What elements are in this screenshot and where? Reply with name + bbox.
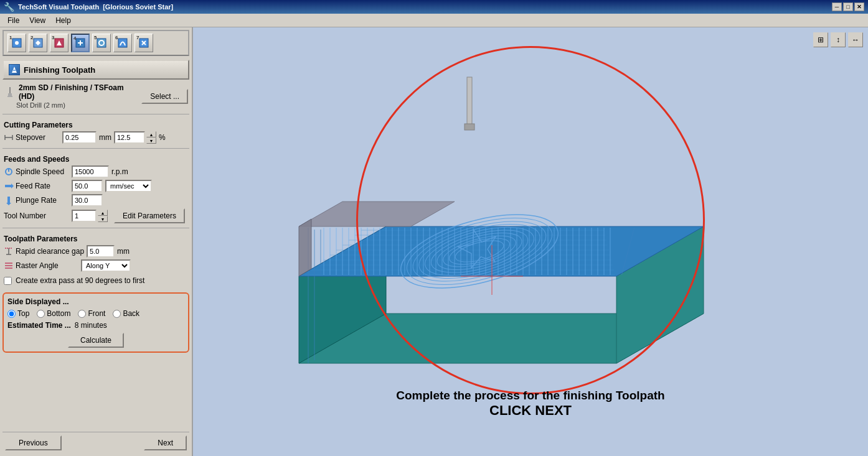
plunge-icon	[4, 195, 14, 205]
step-2-button[interactable]: 2	[29, 34, 47, 52]
plunge-rate-row: Plunge Rate	[2, 194, 189, 207]
stepover-pct-down[interactable]: ▼	[146, 137, 156, 144]
side-front-option[interactable]: Front	[78, 309, 105, 318]
svg-rect-22	[7, 197, 10, 203]
side-bottom-radio[interactable]	[37, 310, 45, 318]
side-front-label: Front	[88, 309, 105, 318]
feeds-header: Feeds and Speeds	[4, 155, 188, 164]
previous-button[interactable]: Previous	[5, 435, 62, 450]
maximize-button[interactable]: □	[843, 2, 853, 11]
feed-input[interactable]	[72, 180, 103, 192]
svg-marker-23	[6, 203, 11, 205]
section-title: Finishing Toolpath	[2, 60, 189, 80]
menu-bar: File View Help	[0, 14, 868, 27]
extra-pass-row: Create extra pass at 90 degrees to first	[4, 276, 188, 285]
stepover-icon	[4, 134, 14, 141]
plunge-input[interactable]	[72, 194, 103, 207]
side-displayed-section: Side Displayed ... Top Bottom Front Back	[2, 292, 189, 353]
step-1-button[interactable]: 1	[7, 34, 26, 52]
stepover-label: Stepover	[16, 133, 45, 142]
step-6-button[interactable]: 6	[113, 34, 132, 52]
rapid-clearance-row: Rapid clearance gap mm	[2, 245, 189, 258]
spindle-icon	[4, 167, 14, 177]
step-toolbar: 1 2 3 4 5 6 7	[2, 30, 189, 56]
side-bottom-label: Bottom	[47, 309, 70, 318]
est-time-row: Estimated Time ... 8 minutes	[7, 321, 184, 330]
stepover-pct-unit: %	[159, 133, 166, 142]
annotation-line2: CLICK NEXT	[375, 402, 686, 419]
svg-rect-107	[467, 77, 472, 127]
feed-rate-row: Feed Rate mm/sec mm/min	[2, 180, 189, 192]
spindle-label: Spindle Speed	[16, 167, 64, 176]
stepover-pct-up[interactable]: ▲	[146, 131, 156, 137]
main-layout: 1 2 3 4 5 6 7	[0, 27, 868, 456]
rapid-input[interactable]	[87, 245, 115, 258]
tool-number-spinbox: ▲ ▼	[72, 210, 108, 222]
calculate-button[interactable]: Calculate	[68, 333, 124, 348]
view-vertical-button[interactable]: ↕	[831, 32, 846, 47]
raster-icon	[4, 261, 14, 271]
step-5-button[interactable]: 5	[92, 34, 111, 52]
rapid-icon	[4, 246, 14, 256]
side-top-option[interactable]: Top	[7, 309, 29, 318]
side-back-label: Back	[123, 309, 139, 318]
minimize-button[interactable]: ─	[832, 2, 842, 11]
right-panel: ⊞ ↕ ↔ Complete the process for the finis…	[193, 27, 868, 456]
menu-file[interactable]: File	[2, 15, 24, 26]
side-back-option[interactable]: Back	[113, 309, 139, 318]
stepover-row: Stepover mm ▲ ▼ %	[2, 131, 189, 144]
step-4-button[interactable]: 4	[71, 34, 90, 52]
view-toolbar: ⊞ ↕ ↔	[813, 32, 863, 47]
raster-angle-row: Raster Angle Along Y Along X Along Z	[2, 259, 189, 272]
section-icon	[9, 64, 20, 75]
rapid-unit: mm	[117, 247, 130, 256]
est-time-label: Estimated Time ...	[7, 321, 71, 330]
menu-view[interactable]: View	[24, 15, 50, 26]
stepover-pct-spinbox: ▲ ▼	[114, 131, 156, 144]
feed-label: Feed Rate	[16, 182, 50, 190]
menu-help[interactable]: Help	[50, 15, 76, 26]
tool-subtitle: Slot Drill (2 mm)	[4, 101, 141, 109]
bottom-nav: Previous Next	[2, 432, 189, 454]
spindle-input[interactable]	[72, 165, 109, 178]
stepover-unit: mm	[99, 133, 111, 142]
step-3-button[interactable]: 3	[50, 34, 68, 52]
cutting-params-header: Cutting Parameters	[4, 121, 188, 129]
side-bottom-option[interactable]: Bottom	[37, 309, 70, 318]
tool-number-down[interactable]: ▼	[98, 216, 108, 222]
side-displayed-header: Side Displayed ...	[7, 297, 184, 306]
tool-number-up[interactable]: ▲	[98, 210, 108, 216]
tool-info-left: 2mm SD / Finishing / TSFoam (HD) Slot Dr…	[4, 83, 141, 109]
feed-icon	[4, 181, 14, 191]
stepover-input[interactable]	[62, 131, 97, 144]
annotation-line1: Complete the process for the finishing T…	[375, 389, 686, 402]
svg-marker-110	[299, 219, 311, 276]
side-back-radio[interactable]	[113, 310, 121, 318]
toolpath-header: Toolpath Parameters	[4, 235, 188, 243]
tool-number-input[interactable]	[72, 210, 97, 222]
view-horizontal-button[interactable]: ↔	[848, 32, 863, 47]
rate-unit-select[interactable]: mm/sec mm/min	[105, 180, 152, 192]
close-button[interactable]: ✕	[854, 2, 864, 11]
side-front-radio[interactable]	[78, 310, 86, 318]
side-top-radio[interactable]	[7, 310, 16, 318]
step-7-button[interactable]: 7	[134, 34, 153, 52]
tool-name: 2mm SD / Finishing / TSFoam (HD)	[19, 83, 141, 101]
svg-rect-13	[8, 93, 12, 96]
title-bar-controls[interactable]: ─ □ ✕	[832, 2, 864, 11]
view-grid-button[interactable]: ⊞	[813, 32, 828, 47]
svg-rect-9	[118, 39, 127, 47]
edit-params-button[interactable]: Edit Parameters	[114, 208, 185, 223]
next-button[interactable]: Next	[144, 435, 187, 450]
select-button[interactable]: Select ...	[141, 89, 188, 104]
left-panel: 1 2 3 4 5 6 7	[0, 27, 193, 456]
svg-marker-21	[11, 184, 14, 188]
svg-rect-20	[5, 185, 11, 187]
raster-select[interactable]: Along Y Along X Along Z	[81, 259, 131, 272]
stepover-pct-input[interactable]	[114, 131, 145, 144]
plunge-label: Plunge Rate	[16, 196, 57, 205]
extra-pass-checkbox[interactable]	[4, 277, 12, 285]
rapid-label: Rapid clearance gap	[16, 247, 84, 256]
svg-rect-108	[465, 124, 474, 130]
section-title-text: Finishing Toolpath	[24, 65, 95, 75]
